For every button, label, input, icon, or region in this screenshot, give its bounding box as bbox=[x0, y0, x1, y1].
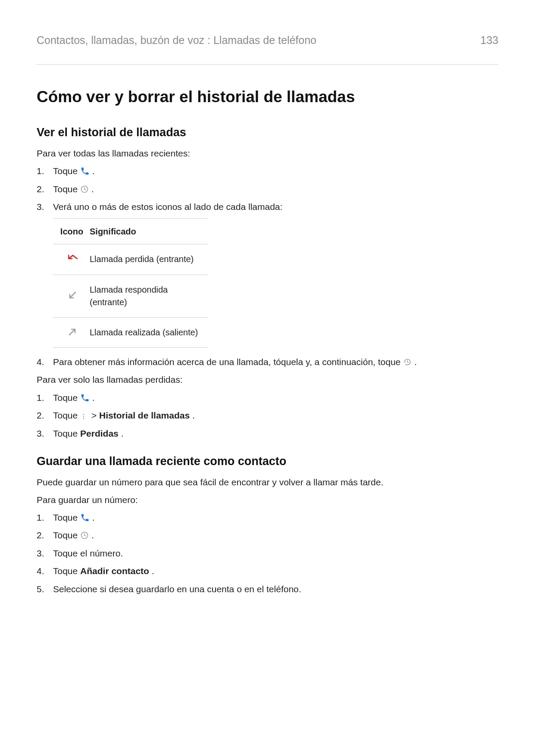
page-title: Cómo ver y borrar el historial de llamad… bbox=[37, 85, 498, 109]
step-3: Toque el número. bbox=[37, 547, 498, 560]
cell-meaning: Llamada perdida (entrante) bbox=[90, 244, 208, 275]
step-text-mid: > bbox=[91, 410, 99, 420]
history-icon bbox=[403, 357, 412, 366]
cell-meaning: Llamada respondida (entrante) bbox=[90, 275, 208, 317]
step-3: Verá uno o más de estos iconos al lado d… bbox=[37, 200, 498, 347]
step-2: Toque > Historial de llamadas . bbox=[37, 409, 498, 422]
step-text: Toque bbox=[53, 166, 80, 176]
step-text: Para obtener más información acerca de u… bbox=[53, 357, 403, 367]
cell-icon bbox=[53, 244, 90, 275]
missed-call-icon bbox=[67, 253, 77, 262]
step-text: Toque bbox=[53, 530, 80, 540]
step-text: Seleccione si desea guardarlo en una cue… bbox=[53, 584, 301, 594]
svg-point-3 bbox=[83, 418, 84, 419]
table-header-row: Icono Significado bbox=[53, 218, 208, 244]
table-row: Llamada respondida (entrante) bbox=[53, 275, 208, 317]
col-header-icon: Icono bbox=[53, 218, 90, 244]
svg-point-1 bbox=[83, 414, 84, 415]
phone-icon bbox=[80, 513, 90, 522]
step-4: Para obtener más información acerca de u… bbox=[37, 356, 498, 369]
save-intro-1: Puede guardar un número para que sea fác… bbox=[37, 476, 498, 489]
section-heading-save: Guardar una llamada reciente como contac… bbox=[37, 453, 498, 470]
svg-point-2 bbox=[83, 416, 84, 417]
step-text-suffix: . bbox=[121, 428, 124, 438]
steps-view-missed: Toque . Toque > Historial de llamadas . … bbox=[37, 391, 498, 440]
col-header-meaning: Significado bbox=[90, 218, 208, 244]
outgoing-call-icon bbox=[67, 327, 77, 336]
table-row: Llamada perdida (entrante) bbox=[53, 244, 208, 275]
cell-icon bbox=[53, 275, 90, 317]
step-text-suffix: . bbox=[414, 357, 417, 367]
step-4: Toque Añadir contacto . bbox=[37, 565, 498, 578]
step-text-suffix: . bbox=[92, 512, 95, 522]
step-1: Toque . bbox=[37, 391, 498, 404]
steps-view-all: Toque . Toque . Verá uno o más de estos … bbox=[37, 165, 498, 369]
more-vert-icon bbox=[80, 410, 89, 419]
clock-icon bbox=[80, 530, 89, 539]
page-header: Contactos, llamadas, buzón de voz : Llam… bbox=[37, 32, 498, 48]
steps-save-contact: Toque . Toque . Toque el número. Toque A… bbox=[37, 511, 498, 596]
phone-icon bbox=[80, 166, 90, 176]
step-text-suffix: . bbox=[92, 166, 95, 176]
step-1: Toque . bbox=[37, 511, 498, 524]
step-1: Toque . bbox=[37, 165, 498, 178]
intro-all-calls: Para ver todas las llamadas recientes: bbox=[37, 147, 498, 160]
cell-meaning: Llamada realizada (saliente) bbox=[90, 317, 208, 347]
cell-icon bbox=[53, 317, 90, 347]
step-text: Toque bbox=[53, 566, 80, 576]
icon-meaning-table: Icono Significado Llamada perdida (entra… bbox=[53, 218, 208, 348]
step-3: Toque Perdidas . bbox=[37, 427, 498, 440]
incoming-call-icon bbox=[67, 290, 77, 300]
header-divider bbox=[37, 64, 498, 65]
step-text: Toque bbox=[53, 410, 80, 420]
step-text: Toque bbox=[53, 393, 80, 403]
menu-item-call-history: Historial de llamadas bbox=[99, 410, 190, 420]
intro-missed-calls: Para ver solo las llamadas perdidas: bbox=[37, 373, 498, 386]
save-intro-2: Para guardar un número: bbox=[37, 494, 498, 506]
breadcrumb: Contactos, llamadas, buzón de voz : Llam… bbox=[37, 32, 316, 48]
step-text-suffix: . bbox=[92, 393, 95, 403]
step-text-suffix: . bbox=[91, 184, 94, 194]
step-2: Toque . bbox=[37, 529, 498, 542]
step-text: Toque el número. bbox=[53, 548, 123, 558]
tab-missed: Perdidas bbox=[80, 428, 119, 438]
step-2: Toque . bbox=[37, 183, 498, 196]
clock-icon bbox=[80, 184, 89, 193]
table-row: Llamada realizada (saliente) bbox=[53, 317, 208, 347]
step-text: Toque bbox=[53, 428, 80, 438]
step-text-suffix: . bbox=[192, 410, 195, 420]
page-number: 133 bbox=[480, 32, 498, 48]
step-text: Verá uno o más de estos iconos al lado d… bbox=[53, 202, 282, 212]
button-add-contact: Añadir contacto bbox=[80, 566, 149, 576]
step-5: Seleccione si desea guardarlo en una cue… bbox=[37, 583, 498, 596]
step-text-suffix: . bbox=[91, 530, 94, 540]
step-text: Toque bbox=[53, 512, 80, 522]
section-heading-view: Ver el historial de llamadas bbox=[37, 124, 498, 141]
step-text: Toque bbox=[53, 184, 80, 194]
step-text-suffix: . bbox=[152, 566, 154, 576]
phone-icon bbox=[80, 393, 90, 403]
